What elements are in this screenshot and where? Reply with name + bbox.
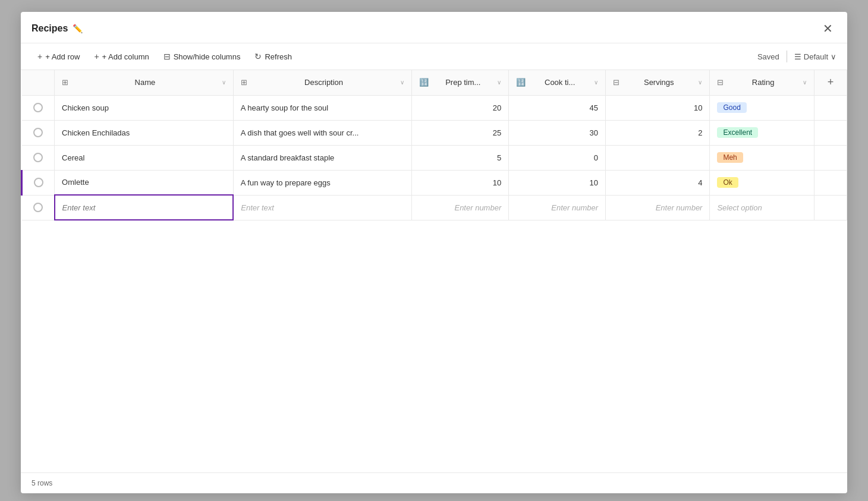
row-rating-cell[interactable]: Ok bbox=[710, 170, 814, 195]
preptime-col-sort[interactable]: ∨ bbox=[497, 79, 501, 86]
new-row-name-input[interactable] bbox=[55, 196, 233, 219]
row-servings-value: 4 bbox=[606, 171, 709, 195]
refresh-icon: ↻ bbox=[254, 52, 262, 61]
row-name-cell[interactable]: Chicken Enchiladas bbox=[55, 120, 234, 145]
row-add-cell bbox=[814, 95, 847, 120]
row-preptime-value: 20 bbox=[412, 96, 508, 120]
row-name-value: Omlette bbox=[55, 171, 233, 195]
row-radio[interactable] bbox=[33, 153, 43, 162]
row-preptime-cell[interactable]: 25 bbox=[412, 120, 509, 145]
row-description-cell[interactable]: A fun way to prepare eggs bbox=[233, 170, 412, 195]
rating-badge: Excellent bbox=[717, 127, 758, 138]
row-name-cell[interactable]: Cereal bbox=[55, 145, 234, 170]
row-checkbox-cell[interactable] bbox=[22, 95, 55, 120]
col-header-add[interactable]: + bbox=[814, 70, 847, 95]
new-row-preptime-cell[interactable]: Enter number bbox=[412, 195, 509, 220]
row-preptime-cell[interactable]: 10 bbox=[412, 170, 509, 195]
row-preptime-value: 25 bbox=[412, 121, 508, 145]
row-servings-value: 10 bbox=[606, 96, 709, 120]
table-row: Chicken soupA hearty soup for the soul20… bbox=[22, 95, 847, 120]
new-row-description-cell[interactable]: Enter text bbox=[233, 195, 412, 220]
name-col-sort[interactable]: ∨ bbox=[222, 79, 226, 86]
desc-col-label: Description bbox=[251, 78, 397, 87]
col-header-cooktime[interactable]: 🔢 Cook ti... ∨ bbox=[509, 70, 606, 95]
show-hide-columns-button[interactable]: ⊟ Show/hide columns bbox=[158, 48, 247, 65]
servings-col-sort[interactable]: ∨ bbox=[698, 79, 702, 86]
name-col-label: Name bbox=[72, 78, 218, 87]
row-description-cell[interactable]: A dish that goes well with sour cr... bbox=[233, 120, 412, 145]
new-row-add-cell bbox=[814, 195, 847, 220]
row-description-cell[interactable]: A standard breakfast staple bbox=[233, 145, 412, 170]
refresh-label: Refresh bbox=[265, 52, 292, 61]
row-cooktime-cell[interactable]: 10 bbox=[509, 170, 606, 195]
new-row-preptime-placeholder[interactable]: Enter number bbox=[412, 196, 508, 220]
row-cooktime-value: 45 bbox=[509, 96, 605, 120]
row-rating-cell[interactable]: Excellent bbox=[710, 120, 814, 145]
row-cooktime-cell[interactable]: 30 bbox=[509, 120, 606, 145]
row-description-cell[interactable]: A hearty soup for the soul bbox=[233, 95, 412, 120]
row-cooktime-cell[interactable]: 0 bbox=[509, 145, 606, 170]
row-description-value: A hearty soup for the soul bbox=[234, 96, 412, 120]
row-preptime-cell[interactable]: 5 bbox=[412, 145, 509, 170]
row-servings-cell[interactable]: 10 bbox=[606, 95, 710, 120]
new-row-cooktime-cell[interactable]: Enter number bbox=[509, 195, 606, 220]
new-row-servings-placeholder[interactable]: Enter number bbox=[606, 196, 709, 220]
row-radio[interactable] bbox=[34, 178, 43, 187]
add-row-icon: + bbox=[37, 52, 42, 61]
list-icon: ☰ bbox=[794, 52, 801, 61]
table-container: ⊞ Name ∨ ⊞ Description ∨ bbox=[21, 70, 847, 472]
default-view-selector[interactable]: ☰ Default ∨ bbox=[794, 52, 836, 61]
row-radio[interactable] bbox=[33, 128, 43, 137]
row-add-cell bbox=[814, 120, 847, 145]
add-row-button[interactable]: + + Add row bbox=[32, 48, 86, 65]
modal-title: Recipes bbox=[32, 23, 68, 34]
add-column-plus-icon[interactable]: + bbox=[814, 70, 847, 95]
col-header-rating[interactable]: ⊟ Rating ∨ bbox=[710, 70, 814, 95]
row-name-cell[interactable]: Chicken soup bbox=[55, 95, 234, 120]
add-column-label: + Add column bbox=[102, 52, 149, 61]
row-preptime-cell[interactable]: 20 bbox=[412, 95, 509, 120]
row-rating-cell[interactable]: Good bbox=[710, 95, 814, 120]
col-header-preptime[interactable]: 🔢 Prep tim... ∨ bbox=[412, 70, 509, 95]
row-checkbox-cell[interactable] bbox=[22, 120, 55, 145]
new-row-checkbox-cell[interactable] bbox=[22, 195, 55, 220]
row-name-cell[interactable]: Omlette bbox=[55, 170, 234, 195]
col-header-servings[interactable]: ⊟ Servings ∨ bbox=[606, 70, 710, 95]
row-description-value: A dish that goes well with sour cr... bbox=[234, 121, 412, 145]
modal-title-area: Recipes ✏️ bbox=[32, 23, 83, 34]
toolbar-divider bbox=[787, 51, 787, 62]
row-name-value: Cereal bbox=[55, 146, 233, 170]
rating-col-sort[interactable]: ∨ bbox=[803, 79, 807, 86]
row-servings-cell[interactable]: 4 bbox=[606, 170, 710, 195]
row-cooktime-value: 10 bbox=[509, 171, 605, 195]
desc-col-icon: ⊞ bbox=[241, 78, 247, 87]
row-servings-cell[interactable] bbox=[606, 145, 710, 170]
col-header-description[interactable]: ⊞ Description ∨ bbox=[233, 70, 412, 95]
toolbar: + + Add row + + Add column ⊟ Show/hide c… bbox=[21, 43, 847, 70]
add-column-button[interactable]: + + Add column bbox=[88, 48, 155, 65]
name-col-icon: ⊞ bbox=[62, 78, 68, 87]
rating-badge: Meh bbox=[717, 152, 743, 163]
new-row-servings-cell[interactable]: Enter number bbox=[606, 195, 710, 220]
refresh-button[interactable]: ↻ Refresh bbox=[249, 48, 298, 65]
row-servings-cell[interactable]: 2 bbox=[606, 120, 710, 145]
table-row: OmletteA fun way to prepare eggs10104Ok bbox=[22, 170, 847, 195]
row-radio[interactable] bbox=[33, 103, 43, 112]
cooktime-col-icon: 🔢 bbox=[516, 78, 526, 87]
row-rating-cell[interactable]: Meh bbox=[710, 145, 814, 170]
new-row-rating-placeholder[interactable]: Select option bbox=[710, 196, 813, 220]
new-row-radio[interactable] bbox=[33, 203, 43, 212]
new-row-cooktime-placeholder[interactable]: Enter number bbox=[509, 196, 605, 220]
edit-title-icon[interactable]: ✏️ bbox=[73, 24, 83, 33]
cooktime-col-sort[interactable]: ∨ bbox=[594, 79, 598, 86]
new-row-rating-cell[interactable]: Select option bbox=[710, 195, 814, 220]
row-checkbox-cell[interactable] bbox=[22, 170, 55, 195]
row-checkbox-cell[interactable] bbox=[22, 145, 55, 170]
close-button[interactable]: ✕ bbox=[819, 20, 836, 37]
new-row-name-cell[interactable] bbox=[55, 195, 234, 220]
new-row-description-placeholder[interactable]: Enter text bbox=[234, 196, 411, 220]
col-header-name[interactable]: ⊞ Name ∨ bbox=[55, 70, 234, 95]
servings-col-icon: ⊟ bbox=[613, 78, 619, 87]
desc-col-sort[interactable]: ∨ bbox=[400, 79, 404, 86]
row-cooktime-cell[interactable]: 45 bbox=[509, 95, 606, 120]
